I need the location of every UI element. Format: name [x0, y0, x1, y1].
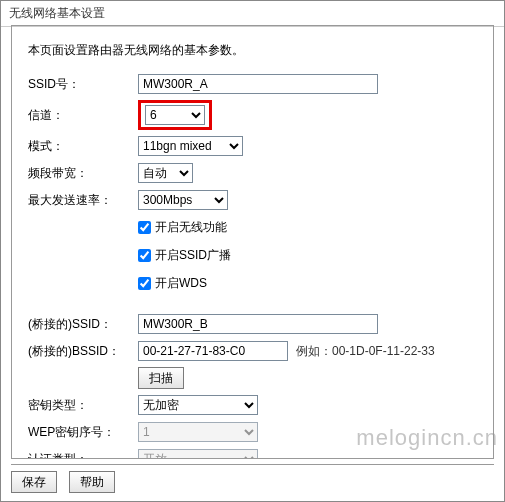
label-enc-type: 密钥类型：: [28, 397, 138, 414]
bridge-bssid-input[interactable]: [138, 341, 288, 361]
chk-enable-wds-label: 开启WDS: [155, 275, 207, 292]
bssid-hint: 例如：00-1D-0F-11-22-33: [296, 343, 435, 360]
chk-enable-wireless-label: 开启无线功能: [155, 219, 227, 236]
save-button[interactable]: 保存: [11, 471, 57, 493]
label-bridge-ssid: (桥接的)SSID：: [28, 316, 138, 333]
channel-select[interactable]: 6: [145, 105, 205, 125]
auth-type-select: 开放: [138, 449, 258, 459]
bandwidth-select[interactable]: 自动: [138, 163, 193, 183]
ssid-input[interactable]: [138, 74, 378, 94]
label-auth-type: 认证类型：: [28, 451, 138, 460]
help-button[interactable]: 帮助: [69, 471, 115, 493]
settings-window: 无线网络基本设置 本页面设置路由器无线网络的基本参数。 SSID号： 信道： 6…: [0, 0, 505, 502]
label-bridge-bssid: (桥接的)BSSID：: [28, 343, 138, 360]
label-wep-index: WEP密钥序号：: [28, 424, 138, 441]
wep-index-select: 1: [138, 422, 258, 442]
checkbox-enable-wds[interactable]: 开启WDS: [138, 275, 207, 292]
label-maxrate: 最大发送速率：: [28, 192, 138, 209]
scan-button[interactable]: 扫描: [138, 367, 184, 389]
label-channel: 信道：: [28, 107, 138, 124]
channel-highlight: 6: [138, 100, 212, 130]
chk-enable-wireless-input[interactable]: [138, 221, 151, 234]
label-mode: 模式：: [28, 138, 138, 155]
page-description: 本页面设置路由器无线网络的基本参数。: [28, 42, 477, 59]
window-title: 无线网络基本设置: [1, 1, 504, 27]
enc-type-select[interactable]: 无加密: [138, 395, 258, 415]
label-bandwidth: 频段带宽：: [28, 165, 138, 182]
mode-select[interactable]: 11bgn mixed: [138, 136, 243, 156]
checkbox-enable-wireless[interactable]: 开启无线功能: [138, 219, 227, 236]
content-panel: 本页面设置路由器无线网络的基本参数。 SSID号： 信道： 6 模式： 11b: [11, 25, 494, 459]
maxrate-select[interactable]: 300Mbps: [138, 190, 228, 210]
bridge-ssid-input[interactable]: [138, 314, 378, 334]
chk-enable-ssidbc-label: 开启SSID广播: [155, 247, 231, 264]
label-ssid: SSID号：: [28, 76, 138, 93]
checkbox-enable-ssid-broadcast[interactable]: 开启SSID广播: [138, 247, 231, 264]
bottom-bar: 保存 帮助: [11, 464, 494, 493]
chk-enable-ssidbc-input[interactable]: [138, 249, 151, 262]
chk-enable-wds-input[interactable]: [138, 277, 151, 290]
